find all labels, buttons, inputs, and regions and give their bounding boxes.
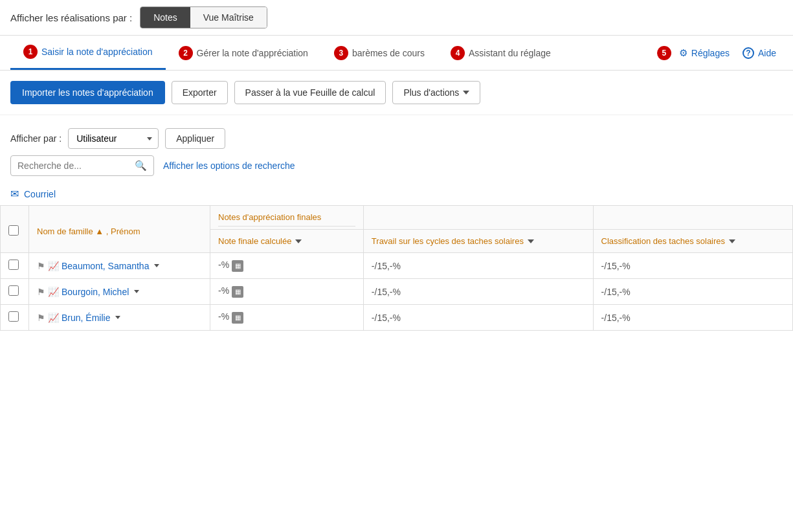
row3-score1: -% ▦ — [210, 305, 364, 331]
courriel-row[interactable]: ✉ Courriel — [0, 183, 793, 205]
email-icon: ✉ — [10, 188, 19, 200]
table-row: ⚑ 📈 Bourgoin, Michel -% ▦ -/15,-% -/15,-… — [1, 279, 793, 305]
more-actions-label: Plus d'actions — [403, 87, 459, 98]
col-check-header — [1, 206, 29, 253]
tabs-bar: 1 Saisir la note d'appréciation 2 Gérer … — [0, 36, 793, 71]
table-row: ⚑ 📈 Brun, Émilie -% ▦ -/15,-% -/15,-% — [1, 305, 793, 331]
reglages-action[interactable]: 5 ⚙ Réglages — [651, 37, 736, 69]
apply-btn[interactable]: Appliquer — [165, 128, 225, 149]
group-header-label: Notes d'appréciation finales — [218, 212, 355, 227]
more-actions-chevron-icon — [463, 91, 469, 94]
col-travail-sort-icon — [528, 239, 534, 243]
col-classif-header[interactable]: Classification des taches solaires — [593, 230, 792, 253]
tab-gerer-label: Gérer la note d'appréciation — [197, 48, 308, 58]
aide-label: Aide — [758, 48, 776, 58]
row3-flag-icon: ⚑ — [37, 313, 45, 323]
search-options-link[interactable]: Afficher les options de recherche — [163, 161, 295, 171]
col-travail-header[interactable]: Travail sur les cycles des taches solair… — [363, 230, 593, 253]
tab-saisir-label: Saisir la note d'appréciation — [41, 47, 153, 57]
courriel-label: Courriel — [24, 189, 56, 199]
tab-badge-1: 1 — [23, 45, 38, 59]
more-actions-btn[interactable]: Plus d'actions — [392, 81, 480, 104]
import-btn[interactable]: Importer les notes d'appréciation — [10, 81, 165, 104]
row3-checkbox[interactable] — [8, 311, 19, 322]
display-by-select-wrapper: Utilisateur Groupe Section — [68, 128, 159, 149]
col-classif-label: Classification des taches solaires — [601, 236, 725, 246]
filter-row: Afficher par : Utilisateur Groupe Sectio… — [10, 128, 783, 149]
row1-flag-icon: ⚑ — [37, 261, 45, 271]
row2-checkbox[interactable] — [8, 285, 19, 296]
row2-flag-icon: ⚑ — [37, 287, 45, 297]
top-bar: Afficher les réalisations par : Notes Vu… — [0, 0, 793, 36]
tab-saisir[interactable]: 1 Saisir la note d'appréciation — [10, 36, 166, 70]
row1-name-cell: ⚑ 📈 Beaumont, Samantha — [29, 253, 210, 279]
col-travail-label: Travail sur les cycles des taches solair… — [372, 236, 524, 246]
row3-score2: -/15,-% — [363, 305, 593, 331]
col-travail-header-placeholder — [363, 206, 593, 230]
table-header-group-row: Nom de famille ▲ , Prénom Notes d'appréc… — [1, 206, 793, 230]
col-finale-label: Note finale calculée — [218, 236, 291, 246]
col-classif-header-placeholder — [593, 206, 792, 230]
row3-chart-icon: 📈 — [48, 313, 59, 323]
aide-action[interactable]: ? Aide — [736, 38, 783, 68]
row2-score3: -/15,-% — [593, 279, 792, 305]
row1-score2: -/15,-% — [363, 253, 593, 279]
row1-score3: -/15,-% — [593, 253, 792, 279]
row1-chart-icon: 📈 — [48, 261, 59, 271]
row1-check — [1, 253, 29, 279]
row1-calc-icon[interactable]: ▦ — [232, 260, 243, 272]
row1-checkbox[interactable] — [8, 260, 19, 270]
row3-name-cell: ⚑ 📈 Brun, Émilie — [29, 305, 210, 331]
row3-check — [1, 305, 29, 331]
vue-maitrise-toggle-btn[interactable]: Vue Maîtrise — [190, 7, 267, 28]
action-bar: Importer les notes d'appréciation Export… — [0, 71, 793, 115]
row2-score1: -% ▦ — [210, 279, 364, 305]
filter-bar: Afficher par : Utilisateur Groupe Sectio… — [0, 115, 793, 183]
row1-score1: -% ▦ — [210, 253, 364, 279]
search-input[interactable] — [17, 161, 131, 171]
search-box[interactable]: 🔍 — [10, 155, 154, 176]
grades-table: Nom de famille ▲ , Prénom Notes d'appréc… — [0, 205, 793, 331]
tab-assistant[interactable]: 4 Assistant du réglage — [438, 37, 564, 69]
search-row: 🔍 Afficher les options de recherche — [10, 155, 783, 176]
row2-calc-icon[interactable]: ▦ — [232, 286, 243, 298]
row2-check — [1, 279, 29, 305]
col-finale-header[interactable]: Note finale calculée — [210, 230, 364, 253]
row3-calc-icon[interactable]: ▦ — [232, 312, 243, 324]
help-icon: ? — [743, 47, 754, 59]
tab-gerer[interactable]: 2 Gérer la note d'appréciation — [166, 37, 321, 69]
reglages-badge: 5 — [657, 46, 671, 60]
notes-toggle-btn[interactable]: Notes — [140, 7, 190, 28]
reglages-label: Réglages — [691, 48, 730, 58]
row2-chart-icon: 📈 — [48, 287, 59, 297]
name-header-label: Nom de famille ▲ , Prénom — [37, 227, 140, 236]
table-row: ⚑ 📈 Beaumont, Samantha -% ▦ -/15,-% -/15… — [1, 253, 793, 279]
row2-name-chevron-icon[interactable] — [134, 290, 139, 293]
filter-label: Afficher par : — [10, 133, 61, 144]
tab-badge-3: 3 — [334, 46, 348, 60]
col-group-header: Notes d'appréciation finales — [210, 206, 364, 230]
row1-name-chevron-icon[interactable] — [154, 264, 159, 267]
display-by-select[interactable]: Utilisateur Groupe Section — [68, 128, 159, 149]
select-all-checkbox[interactable] — [8, 225, 19, 236]
tab-baremes[interactable]: 3 barèmes de cours — [321, 37, 438, 69]
table-body: ⚑ 📈 Beaumont, Samantha -% ▦ -/15,-% -/15… — [1, 253, 793, 331]
col-name-header: Nom de famille ▲ , Prénom — [29, 206, 210, 253]
row3-name-chevron-icon[interactable] — [115, 316, 120, 319]
tab-baremes-label: barèmes de cours — [352, 48, 425, 58]
tab-assistant-label: Assistant du réglage — [469, 48, 551, 58]
spreadsheet-btn[interactable]: Passer à la vue Feuille de calcul — [234, 81, 386, 104]
col-finale-sort-icon — [295, 239, 302, 243]
export-btn[interactable]: Exporter — [172, 81, 228, 104]
display-label: Afficher les réalisations par : — [10, 12, 132, 23]
view-toggle: Notes Vue Maîtrise — [140, 6, 267, 28]
col-classif-sort-icon — [729, 239, 735, 243]
row2-name-cell: ⚑ 📈 Bourgoin, Michel — [29, 279, 210, 305]
row1-student-name[interactable]: Beaumont, Samantha — [61, 261, 149, 271]
tab-badge-2: 2 — [179, 46, 193, 60]
row2-student-name[interactable]: Bourgoin, Michel — [61, 287, 129, 297]
row3-score3: -/15,-% — [593, 305, 792, 331]
row3-student-name[interactable]: Brun, Émilie — [61, 313, 110, 323]
gear-icon: ⚙ — [679, 47, 687, 59]
tab-badge-4: 4 — [451, 46, 465, 60]
